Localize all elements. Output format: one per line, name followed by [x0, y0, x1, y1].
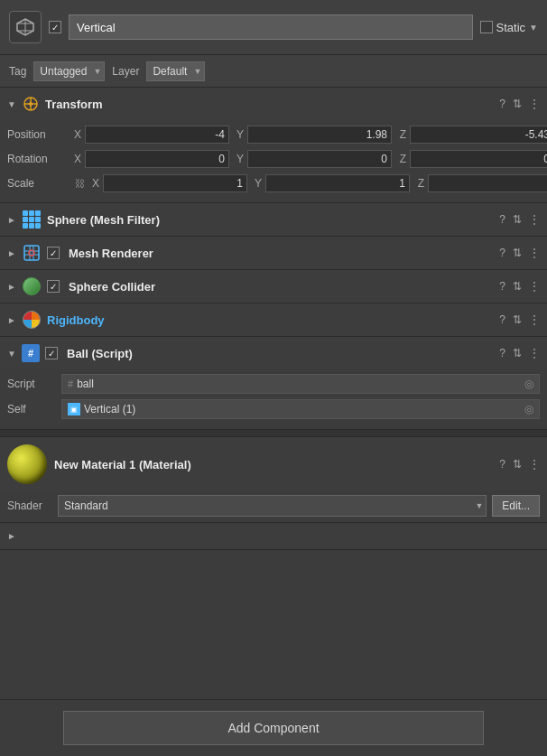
shader-select[interactable]: Standard: [58, 495, 487, 517]
static-dropdown-arrow[interactable]: ▼: [529, 23, 538, 33]
static-area: Static ▼: [480, 21, 538, 34]
mesh-filter-expand[interactable]: ►: [7, 215, 16, 225]
pos-y-input[interactable]: [247, 126, 392, 144]
svg-point-7: [29, 102, 32, 106]
rigidbody-more-icon[interactable]: ⋮: [529, 313, 540, 326]
shader-edit-button[interactable]: Edit...: [492, 495, 540, 517]
add-component-button[interactable]: Add Component: [63, 711, 484, 745]
mesh-filter-more-icon[interactable]: ⋮: [529, 213, 540, 226]
transform-more-icon[interactable]: ⋮: [529, 98, 540, 110]
mesh-renderer-checkbox[interactable]: ✓: [47, 247, 60, 259]
scale-label: Scale: [7, 177, 70, 190]
sphere-collider-checkbox[interactable]: ✓: [47, 280, 60, 293]
pos-z-label: Z: [395, 128, 406, 141]
scale-y-input[interactable]: [265, 174, 410, 192]
material-sphere-preview: [7, 444, 47, 484]
mesh-renderer-section: ► ✓ Mesh Renderer ? ⇅ ⋮: [0, 237, 547, 270]
mesh-renderer-header: ► ✓ Mesh Renderer ? ⇅ ⋮: [0, 237, 547, 269]
mesh-renderer-more-icon[interactable]: ⋮: [529, 247, 540, 259]
static-label: Static: [496, 21, 526, 34]
ball-script-checkbox[interactable]: ✓: [45, 347, 58, 359]
transform-expand-arrow[interactable]: ▼: [7, 99, 16, 109]
shader-select-wrap[interactable]: Standard ▼: [58, 495, 487, 517]
scale-z-input[interactable]: [428, 174, 547, 192]
mesh-filter-settings-icon[interactable]: ⇅: [513, 213, 522, 226]
material-more-icon[interactable]: ⋮: [529, 458, 540, 471]
sphere-collider-help-icon[interactable]: ?: [499, 280, 505, 293]
scale-row: Scale ⛓ X Y Z: [7, 173, 540, 194]
mesh-renderer-help-icon[interactable]: ?: [499, 247, 505, 259]
transform-section: ▼ Transform ? ⇅ ⋮ Position X Y Z: [0, 88, 547, 203]
scale-link-icon[interactable]: ⛓: [70, 178, 88, 189]
transform-icon: [22, 95, 40, 113]
sphere-collider-icon: [22, 276, 42, 296]
rot-z-input[interactable]: [410, 150, 547, 168]
tag-label: Tag: [9, 65, 26, 78]
sphere-collider-header-icons: ? ⇅ ⋮: [499, 280, 540, 293]
object-name-input[interactable]: [69, 14, 473, 40]
transform-header-icons: ? ⇅ ⋮: [499, 98, 540, 110]
layer-select-wrap[interactable]: Default ▼: [146, 61, 205, 81]
material-help-icon[interactable]: ?: [499, 458, 505, 471]
mesh-filter-title: Sphere (Mesh Filter): [47, 213, 494, 227]
rotation-row: Rotation X Y Z: [7, 148, 540, 170]
mesh-filter-header-icons: ? ⇅ ⋮: [499, 213, 540, 226]
position-label: Position: [7, 128, 70, 141]
material-title: New Material 1 (Material): [54, 458, 191, 471]
scale-z-label: Z: [413, 177, 424, 190]
transform-title: Transform: [45, 98, 494, 111]
tag-layer-row: Tag Untagged ▼ Layer Default ▼: [0, 55, 547, 88]
svg-rect-8: [24, 246, 39, 260]
pos-x-input[interactable]: [85, 126, 229, 144]
ball-script-expand[interactable]: ▼: [7, 349, 16, 359]
self-value: ▣ Vertical (1) ◎: [61, 399, 540, 419]
ball-script-settings-icon[interactable]: ⇅: [513, 347, 522, 359]
pos-y-label: Y: [233, 128, 244, 141]
ball-script-help-icon[interactable]: ?: [499, 347, 505, 359]
ball-script-more-icon[interactable]: ⋮: [529, 347, 540, 359]
layer-select[interactable]: Default: [146, 61, 205, 81]
tag-select-wrap[interactable]: Untagged ▼: [33, 61, 105, 81]
sphere-collider-expand[interactable]: ►: [7, 282, 16, 292]
mesh-renderer-settings-icon[interactable]: ⇅: [513, 247, 522, 259]
sphere-collider-settings-icon[interactable]: ⇅: [513, 280, 522, 293]
position-row: Position X Y Z: [7, 124, 540, 145]
mini-expand-row: ►: [0, 523, 547, 550]
rigidbody-settings-icon[interactable]: ⇅: [513, 313, 522, 326]
tag-select[interactable]: Untagged: [33, 61, 105, 81]
pos-z-input[interactable]: [410, 126, 547, 144]
self-circle-button[interactable]: ◎: [524, 403, 533, 415]
rigidbody-expand[interactable]: ►: [7, 315, 16, 325]
transform-settings-icon[interactable]: ⇅: [513, 98, 522, 110]
static-checkbox[interactable]: [480, 21, 493, 33]
self-field-label: Self: [7, 403, 61, 415]
transform-body: Position X Y Z Rotation X Y Z: [0, 120, 547, 202]
position-fields: X Y Z: [70, 126, 547, 144]
sphere-collider-more-icon[interactable]: ⋮: [529, 280, 540, 293]
rigidbody-help-icon[interactable]: ?: [499, 313, 505, 326]
rot-x-input[interactable]: [85, 150, 229, 168]
add-component-area: Add Component: [0, 699, 547, 756]
mesh-filter-header: ► Sphere (Mesh Filter) ? ⇅ ⋮: [0, 203, 547, 236]
scale-fields: X Y Z: [88, 174, 547, 192]
mesh-filter-help-icon[interactable]: ?: [499, 213, 505, 226]
material-settings-icon[interactable]: ⇅: [513, 458, 522, 471]
top-header: ✓ Static ▼: [0, 0, 547, 55]
self-cube-icon: ▣: [68, 403, 80, 415]
material-info: New Material 1 (Material): [54, 458, 492, 471]
script-circle-button[interactable]: ◎: [524, 378, 533, 390]
material-header-icons: ? ⇅ ⋮: [499, 458, 540, 471]
transform-help-icon[interactable]: ?: [499, 98, 505, 110]
rot-y-input[interactable]: [247, 150, 392, 168]
separator: [0, 430, 547, 437]
active-check[interactable]: ✓: [49, 21, 61, 33]
object-active-checkbox[interactable]: ✓: [49, 21, 61, 33]
material-expand-arrow[interactable]: ►: [7, 531, 16, 541]
ball-script-icon: #: [22, 344, 40, 362]
scale-x-input[interactable]: [103, 174, 247, 192]
rotation-fields: X Y Z: [70, 150, 547, 168]
transform-header: ▼ Transform ? ⇅ ⋮: [0, 88, 547, 120]
rigidbody-header: ► Rigidbody ? ⇅ ⋮: [0, 303, 547, 336]
mesh-renderer-expand[interactable]: ►: [7, 248, 16, 258]
script-field-row: Script # ball ◎: [7, 373, 540, 395]
